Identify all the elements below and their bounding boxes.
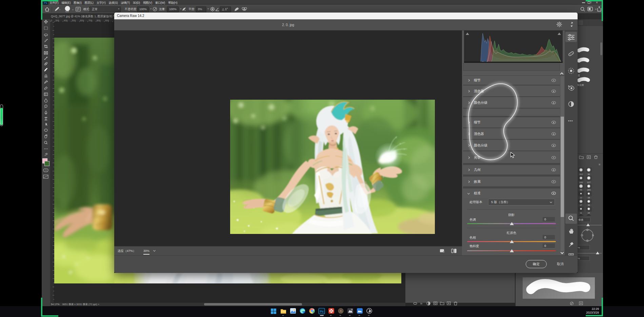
svg-text:100: 100 <box>579 181 583 183</box>
svg-text:24: 24 <box>588 212 590 214</box>
svg-text:127: 127 <box>587 181 591 183</box>
svg-text:35: 35 <box>588 204 590 206</box>
svg-text:112: 112 <box>579 173 583 175</box>
svg-text:12: 12 <box>580 197 582 199</box>
svg-text:183: 183 <box>587 189 591 191</box>
svg-text:Ps: Ps <box>320 310 324 313</box>
svg-text:60: 60 <box>588 173 590 175</box>
svg-text:fx: fx <box>420 302 423 305</box>
svg-text:11: 11 <box>580 212 582 214</box>
svg-text:27: 27 <box>580 204 582 206</box>
svg-text:19: 19 <box>588 197 590 199</box>
svg-text:59: 59 <box>580 189 582 191</box>
